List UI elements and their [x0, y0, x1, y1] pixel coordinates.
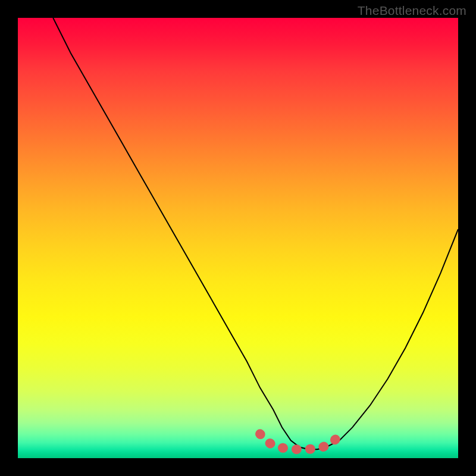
watermark-text: TheBottleneck.com	[358, 4, 466, 18]
curve-highlight	[260, 434, 339, 449]
chart-frame: TheBottleneck.com	[0, 0, 476, 476]
curve-main	[53, 18, 458, 449]
curve-layer	[18, 18, 458, 458]
plot-area	[18, 18, 458, 458]
